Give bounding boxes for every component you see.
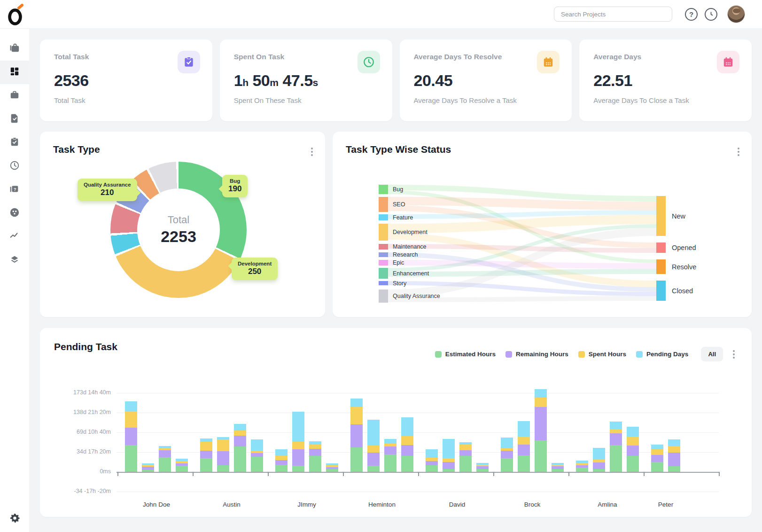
sankey-node-story[interactable] [379,281,388,285]
stacked-bar-david-3[interactable] [476,463,489,472]
sankey-node-epic[interactable] [379,260,388,266]
app-logo-icon[interactable] [8,4,25,27]
stat-card-2: Average Days To Resolve 20.45 Average Da… [400,39,572,121]
pending-bar-chart: 173d 14h 40m 138d 21h 20m 69d 10h 40m 34… [40,328,752,517]
svg-text:Maintenance: Maintenance [393,243,427,250]
stacked-bar-austin-1[interactable] [217,437,229,472]
briefcase-copy-icon [9,43,20,55]
svg-text:SEO: SEO [393,201,405,208]
stacked-bar-brock-3[interactable] [552,463,564,472]
sidebar-item-file-question[interactable]: ? [0,178,29,202]
y-axis-label: -34 -17h -20m [59,488,111,494]
layers-icon [9,254,20,266]
sankey-node-development[interactable] [379,224,388,241]
stat-caption: Average Days To Close a Task [593,96,738,104]
stacked-bar-amlina-3[interactable] [627,427,639,472]
stacked-bar-john-doe-2[interactable] [159,446,171,472]
svg-text:Resolve: Resolve [672,263,696,271]
stacked-bar-peter-0[interactable] [651,445,663,472]
svg-text:Bug: Bug [393,186,403,193]
clipboard-check-icon [9,137,20,149]
stacked-bar-heminton-0[interactable] [350,399,363,472]
sankey-node-seo[interactable] [379,197,388,212]
task-status-menu-icon[interactable] [738,148,739,156]
stacked-bar-amlina-2[interactable] [610,422,622,472]
sankey-node-maintenance[interactable] [379,244,388,250]
sankey-node-research[interactable] [379,252,388,257]
sankey-node-new[interactable] [656,196,666,236]
stacked-bar-john-doe-1[interactable] [142,463,154,472]
search-input[interactable] [554,7,672,22]
stacked-bar-brock-2[interactable] [535,389,547,472]
stacked-bar-heminton-1[interactable] [367,420,380,472]
x-axis-label: David [449,501,466,508]
sidebar-item-briefcase-copy[interactable] [0,37,29,61]
stacked-bar-austin-3[interactable] [251,439,263,472]
svg-text:Enhancement: Enhancement [393,270,429,277]
help-icon[interactable]: ? [685,8,698,21]
sidebar-item-dashboard[interactable] [0,61,29,84]
calendar-icon [537,51,560,73]
stacked-bar-austin-2[interactable] [234,424,246,472]
user-avatar[interactable] [727,5,745,23]
svg-text:Research: Research [393,251,418,258]
stat-caption: Total Task [54,96,198,104]
stacked-bar-heminton-2[interactable] [384,439,397,472]
history-clock-icon[interactable] [705,8,717,21]
sidebar-settings-button[interactable] [0,513,29,525]
sidebar: ? [0,28,29,532]
stacked-bar-david-1[interactable] [443,439,455,472]
y-axis-label: 173d 14h 40m [59,389,111,396]
group-dots-icon [9,207,20,219]
stat-value: 1h 50m 47.5s [234,71,378,90]
stacked-bar-david-2[interactable] [459,442,472,472]
sidebar-item-group-dots[interactable] [0,202,29,225]
sidebar-item-layers[interactable] [0,249,29,272]
sidebar-item-clock[interactable] [0,155,29,178]
stacked-bar-john-doe-3[interactable] [176,459,188,472]
x-axis-label: Brock [524,501,541,508]
y-axis-label: 69d 10h 40m [59,429,111,435]
donut-callout-bug: Bug190 [222,175,248,197]
x-axis-label: John Doe [143,501,170,508]
stacked-bar-jimmy-1[interactable] [292,412,304,472]
sankey-node-closed[interactable] [656,281,666,301]
svg-text:Quality Assurance: Quality Assurance [393,293,440,299]
stacked-bar-jimmy-0[interactable] [275,449,288,472]
stacked-bar-david-0[interactable] [426,449,438,472]
stat-caption: Average Days To Resolve a Task [414,96,558,104]
sidebar-item-briefcase[interactable] [0,84,29,108]
sankey-chart[interactable]: Bug SEO Feature Development Maintenance … [333,144,725,304]
svg-text:?: ? [14,187,16,192]
stacked-bar-brock-1[interactable] [518,421,530,472]
stacked-bar-amlina-0[interactable] [576,461,588,472]
stacked-bar-jimmy-2[interactable] [309,441,321,472]
x-axis-label: Peter [658,501,673,508]
calendar-icon [717,51,739,73]
stat-value: 2536 [54,71,198,90]
sankey-node-quality-assurance[interactable] [379,289,388,303]
sankey-node-opened[interactable] [656,243,666,253]
stacked-bar-peter-1[interactable] [668,439,680,472]
sidebar-item-clipboard-check[interactable] [0,131,29,155]
stacked-bar-heminton-3[interactable] [401,417,413,472]
sankey-node-bug[interactable] [379,185,388,194]
stacked-bar-john-doe-0[interactable] [125,401,137,472]
stacked-bar-austin-0[interactable] [200,438,212,472]
stacked-bar-amlina-1[interactable] [593,448,605,472]
stacked-bar-brock-0[interactable] [501,438,513,472]
sankey-node-feature[interactable] [379,214,388,220]
y-axis-label: 0ms [59,468,111,475]
sidebar-item-trend[interactable] [0,225,29,249]
stacked-bar-jimmy-3[interactable] [326,463,338,472]
task-type-menu-icon[interactable] [311,148,313,156]
sidebar-item-file-check[interactable] [0,108,29,131]
stat-card-3: Average Days 22.51 Average Days To Close… [579,39,752,121]
file-check-icon [9,113,20,125]
sankey-node-resolve[interactable] [656,259,666,274]
donut-callout-quality-assurance: Quality Assurance210 [78,179,137,201]
trend-icon [9,231,20,243]
sankey-node-enhancement[interactable] [379,268,388,279]
donut-total-value: 2253 [161,227,196,246]
y-axis-label: 34d 17h 20m [59,448,111,455]
